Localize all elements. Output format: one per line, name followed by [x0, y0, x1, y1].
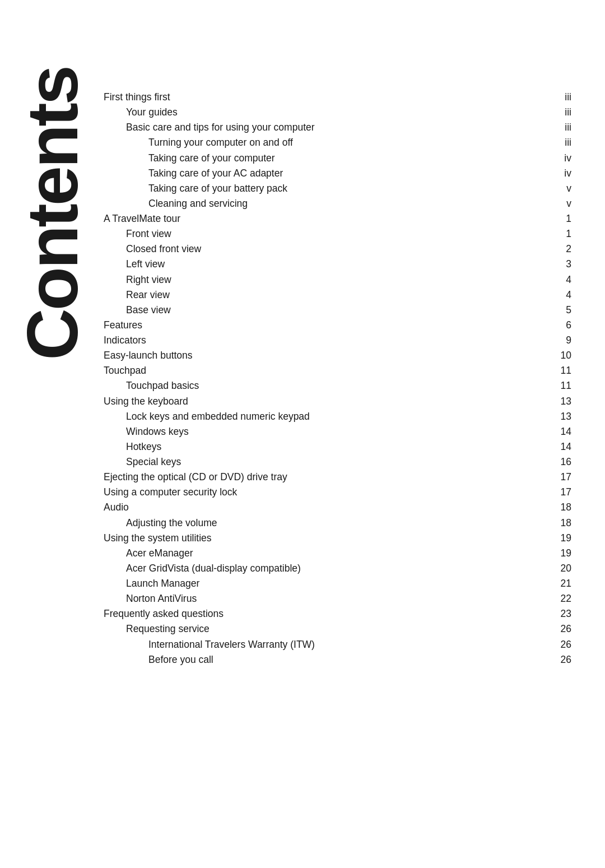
toc-entry-page: 17: [538, 485, 571, 500]
toc-entry: Touchpad basics11: [104, 378, 571, 393]
toc-entry: Hotkeys14: [104, 439, 571, 454]
toc-entry: Acer eManager19: [104, 546, 571, 561]
toc-entry: Right view4: [104, 272, 571, 287]
toc-entry-page: 18: [538, 500, 571, 515]
toc-entry: Features6: [104, 318, 571, 333]
toc-entry: Rear view4: [104, 287, 571, 303]
toc-entry: Base view5: [104, 303, 571, 318]
toc-entry-page: 6: [538, 318, 571, 333]
toc-entry-text: Before you call: [104, 652, 538, 667]
toc-entry-text: Touchpad: [104, 363, 538, 378]
toc-entry: Audio18: [104, 500, 571, 515]
toc-entry-text: Windows keys: [104, 424, 538, 439]
toc-entry-text: Base view: [104, 303, 538, 318]
toc-entry-text: Launch Manager: [104, 576, 538, 591]
toc-entry-text: Basic care and tips for using your compu…: [104, 120, 538, 135]
toc-entry: Taking care of your computeriv: [104, 151, 571, 166]
toc-entry-page: iv: [538, 151, 571, 166]
toc-entry-text: Frequently asked questions: [104, 606, 538, 621]
toc-entry: Windows keys14: [104, 424, 571, 439]
toc-entry-page: 20: [538, 561, 571, 576]
toc-entry: Using the keyboard13: [104, 394, 571, 409]
toc-entry-page: iii: [538, 90, 571, 105]
toc-entry-text: Taking care of your battery pack: [104, 181, 538, 196]
toc-entry-page: 21: [538, 576, 571, 591]
toc-entry-page: 13: [538, 409, 571, 424]
toc-entry: Easy-launch buttons10: [104, 348, 571, 363]
toc-entry-page: iii: [538, 120, 571, 135]
toc-entry-page: 2: [538, 242, 571, 257]
toc-entry: Taking care of your AC adapteriv: [104, 166, 571, 181]
toc-entry: Your guidesiii: [104, 105, 571, 120]
toc-entry-page: 3: [538, 257, 571, 272]
toc-entry-text: Using the keyboard: [104, 394, 538, 409]
toc-entry-text: Front view: [104, 226, 538, 242]
page-container: Contents First things firstiiiYour guide…: [0, 0, 605, 868]
toc-entry-text: Closed front view: [104, 242, 538, 257]
toc-entry: First things firstiii: [104, 90, 571, 105]
toc-entry-text: Features: [104, 318, 538, 333]
toc-entry-page: 10: [538, 348, 571, 363]
toc-entry-page: 17: [538, 470, 571, 485]
toc-entry-page: 19: [538, 546, 571, 561]
toc-entry: Cleaning and servicingv: [104, 196, 571, 211]
toc-entry-text: Using the system utilities: [104, 531, 538, 546]
toc-entry-text: Easy-launch buttons: [104, 348, 538, 363]
toc-entry-text: Hotkeys: [104, 439, 538, 454]
toc-entry: Norton AntiVirus22: [104, 591, 571, 606]
toc-entry: A TravelMate tour1: [104, 211, 571, 226]
toc-entry: Front view1: [104, 226, 571, 242]
toc-entry-page: 14: [538, 424, 571, 439]
toc-entry-text: Norton AntiVirus: [104, 591, 538, 606]
toc-entry-page: 9: [538, 333, 571, 348]
toc-entry-text: First things first: [104, 90, 538, 105]
toc-entry: Left view3: [104, 257, 571, 272]
toc-entry-page: 11: [538, 363, 571, 378]
toc-entry: Lock keys and embedded numeric keypad13: [104, 409, 571, 424]
toc-entry: Launch Manager21: [104, 576, 571, 591]
toc-entry-text: Your guides: [104, 105, 538, 120]
toc-entry-page: 18: [538, 516, 571, 531]
toc-entry-text: Taking care of your computer: [104, 151, 538, 166]
toc-entry-page: 19: [538, 531, 571, 546]
toc-entry-page: 4: [538, 287, 571, 303]
toc-entry-text: Cleaning and servicing: [104, 196, 538, 211]
toc-entry-page: v: [538, 196, 571, 211]
toc-entry-text: Turning your computer on and off: [104, 135, 538, 150]
toc-entry-page: 11: [538, 378, 571, 393]
toc-entry-text: Left view: [104, 257, 538, 272]
toc-entry-text: Audio: [104, 500, 538, 515]
toc-entry: Adjusting the volume18: [104, 516, 571, 531]
toc-entry-page: iii: [538, 105, 571, 120]
toc-entry: Turning your computer on and offiii: [104, 135, 571, 150]
toc-entry: Touchpad11: [104, 363, 571, 378]
toc-entry-page: 14: [538, 439, 571, 454]
toc-entry: Ejecting the optical (CD or DVD) drive t…: [104, 470, 571, 485]
toc-entry-page: iv: [538, 166, 571, 181]
toc-entry-text: Requesting service: [104, 621, 538, 637]
toc-entry-page: 26: [538, 652, 571, 667]
toc-entry: Acer GridVista (dual-display compatible)…: [104, 561, 571, 576]
toc-entry-text: Right view: [104, 272, 538, 287]
toc-area: First things firstiiiYour guidesiiiBasic…: [104, 45, 571, 667]
toc-entry-page: 13: [538, 394, 571, 409]
toc-entry-text: Touchpad basics: [104, 378, 538, 393]
toc-entry: Using a computer security lock17: [104, 485, 571, 500]
toc-entry-text: A TravelMate tour: [104, 211, 538, 226]
toc-entry-text: Indicators: [104, 333, 538, 348]
toc-entry-text: Ejecting the optical (CD or DVD) drive t…: [104, 470, 538, 485]
toc-entry-page: iii: [538, 135, 571, 150]
toc-entry-page: 26: [538, 621, 571, 637]
toc-entry: Indicators9: [104, 333, 571, 348]
toc-entry: Using the system utilities19: [104, 531, 571, 546]
toc-entry-page: 1: [538, 226, 571, 242]
toc-entry-text: Acer GridVista (dual-display compatible): [104, 561, 538, 576]
toc-entry: Before you call26: [104, 652, 571, 667]
toc-entry-text: Acer eManager: [104, 546, 538, 561]
toc-entry: Closed front view2: [104, 242, 571, 257]
toc-entry-page: 23: [538, 606, 571, 621]
toc-entry-text: Rear view: [104, 287, 538, 303]
toc-entry: International Travelers Warranty (ITW)26: [104, 637, 571, 652]
toc-entry-page: 26: [538, 637, 571, 652]
toc-entry-page: 5: [538, 303, 571, 318]
